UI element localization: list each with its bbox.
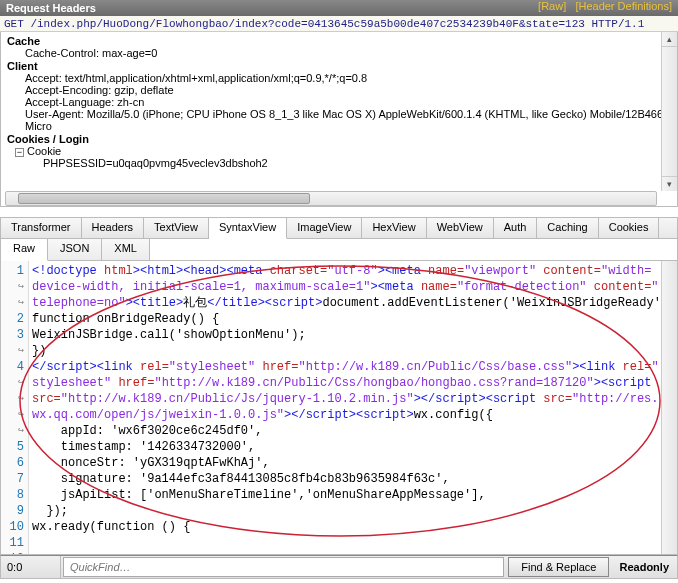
- subtab-raw[interactable]: Raw: [1, 239, 48, 261]
- code-content[interactable]: <!doctype html><html><head><meta charset…: [29, 261, 661, 554]
- code-line[interactable]: wx.ready(function () {: [32, 519, 658, 535]
- vertical-scrollbar[interactable]: ▴ ▾: [661, 32, 677, 191]
- code-line[interactable]: jsApiList: ['onMenuShareTimeline','onMen…: [32, 487, 658, 503]
- wrap-indicator-icon: ↪: [1, 375, 28, 391]
- tab-headers[interactable]: Headers: [82, 218, 145, 238]
- request-line: GET /index.php/HuoDong/Flowhongbao/index…: [0, 16, 678, 32]
- wrap-indicator-icon: ↪: [1, 423, 28, 439]
- scroll-up-icon[interactable]: ▴: [662, 32, 677, 47]
- line-number: 5: [1, 439, 28, 455]
- group-cache: Cache: [7, 35, 671, 47]
- tab-hexview[interactable]: HexView: [362, 218, 426, 238]
- scrollbar-thumb[interactable]: [18, 193, 310, 204]
- wrap-indicator-icon: ↪: [1, 391, 28, 407]
- line-number: 3: [1, 327, 28, 343]
- code-viewer: 1↪↪23↪4↪↪↪↪5678910111213 <!doctype html>…: [0, 261, 678, 555]
- response-tabs: TransformerHeadersTextViewSyntaxViewImag…: [0, 217, 678, 239]
- code-line[interactable]: nonceStr: 'yGX319qptAFwKhAj',: [32, 455, 658, 471]
- line-number: 1: [1, 263, 28, 279]
- header-accept-encoding[interactable]: Accept-Encoding: gzip, deflate: [7, 84, 671, 96]
- code-line[interactable]: telephone=no"><title>礼包</title><script>d…: [32, 295, 658, 311]
- code-line[interactable]: appId: 'wx6f3020ce6c245df0',: [32, 423, 658, 439]
- tab-imageview[interactable]: ImageView: [287, 218, 362, 238]
- title-bar: Request Headers [Raw] [Header Definition…: [0, 0, 678, 16]
- header-cache-control[interactable]: Cache-Control: max-age=0: [7, 47, 671, 59]
- code-line[interactable]: });: [32, 503, 658, 519]
- line-number: 11: [1, 535, 28, 551]
- tab-auth[interactable]: Auth: [494, 218, 538, 238]
- wrap-indicator-icon: ↪: [1, 407, 28, 423]
- status-bar: 0:0 Find & Replace Readonly: [0, 555, 678, 579]
- tab-syntaxview[interactable]: SyntaxView: [209, 218, 287, 239]
- code-line[interactable]: <!doctype html><html><head><meta charset…: [32, 263, 658, 279]
- header-definitions-link[interactable]: [Header Definitions]: [575, 0, 672, 12]
- group-client: Client: [7, 60, 671, 72]
- line-number: 10: [1, 519, 28, 535]
- cookie-tree-node[interactable]: −Cookie: [7, 145, 671, 157]
- find-replace-button[interactable]: Find & Replace: [508, 557, 609, 577]
- group-cookies: Cookies / Login: [7, 133, 671, 145]
- line-number: 8: [1, 487, 28, 503]
- code-line[interactable]: </script><link rel="stylesheet" href="ht…: [32, 359, 658, 375]
- tab-transformer[interactable]: Transformer: [1, 218, 82, 238]
- line-number: 12: [1, 551, 28, 555]
- code-line[interactable]: timestamp: '1426334732000',: [32, 439, 658, 455]
- wrap-indicator-icon: ↪: [1, 343, 28, 359]
- wrap-indicator-icon: ↪: [1, 295, 28, 311]
- wrap-indicator-icon: ↪: [1, 279, 28, 295]
- scroll-down-icon[interactable]: ▾: [662, 176, 677, 191]
- cookie-phpsessid[interactable]: PHPSESSID=u0qaq0pvmg45veclev3dbshoh2: [7, 157, 671, 169]
- quickfind-input[interactable]: [63, 557, 504, 577]
- line-number: 6: [1, 455, 28, 471]
- header-user-agent[interactable]: User-Agent: Mozilla/5.0 (iPhone; CPU iPh…: [7, 108, 671, 132]
- line-number: 9: [1, 503, 28, 519]
- code-line[interactable]: WeixinJSBridge.call('showOptionMenu');: [32, 327, 658, 343]
- tree-collapse-icon[interactable]: −: [15, 148, 24, 157]
- cursor-position: 0:0: [1, 556, 61, 578]
- subtab-xml[interactable]: XML: [102, 239, 150, 261]
- code-line[interactable]: device-width, initial-scale=1, maximum-s…: [32, 279, 658, 295]
- code-line[interactable]: wx.qq.com/open/js/jweixin-1.0.0.js"></sc…: [32, 407, 658, 423]
- code-line[interactable]: function onBridgeReady() {: [32, 311, 658, 327]
- code-line[interactable]: signature: '9a144efc3af84413085c8fb4cb83…: [32, 471, 658, 487]
- raw-link[interactable]: [Raw]: [538, 0, 566, 12]
- tab-webview[interactable]: WebView: [427, 218, 494, 238]
- tab-caching[interactable]: Caching: [537, 218, 598, 238]
- headers-panel: Cache Cache-Control: max-age=0 Client Ac…: [0, 32, 678, 207]
- readonly-indicator: Readonly: [611, 561, 677, 573]
- line-number: 2: [1, 311, 28, 327]
- tab-textview[interactable]: TextView: [144, 218, 209, 238]
- code-line[interactable]: }): [32, 343, 658, 359]
- panel-title: Request Headers: [6, 2, 96, 14]
- horizontal-scrollbar[interactable]: [5, 191, 657, 206]
- header-accept-language[interactable]: Accept-Language: zh-cn: [7, 96, 671, 108]
- line-gutter: 1↪↪23↪4↪↪↪↪5678910111213: [1, 261, 29, 554]
- syntax-subtabs: RawJSONXML: [0, 239, 678, 261]
- code-line[interactable]: src="http://w.k189.cn/Public/Js/jquery-1…: [32, 391, 658, 407]
- line-number: 4: [1, 359, 28, 375]
- subtab-json[interactable]: JSON: [48, 239, 102, 261]
- header-accept[interactable]: Accept: text/html,application/xhtml+xml,…: [7, 72, 671, 84]
- code-line[interactable]: stylesheet" href="http://w.k189.cn/Publi…: [32, 375, 658, 391]
- line-number: 7: [1, 471, 28, 487]
- cookie-label: Cookie: [27, 145, 61, 157]
- tab-cookies[interactable]: Cookies: [599, 218, 660, 238]
- code-vertical-scrollbar[interactable]: [661, 261, 677, 554]
